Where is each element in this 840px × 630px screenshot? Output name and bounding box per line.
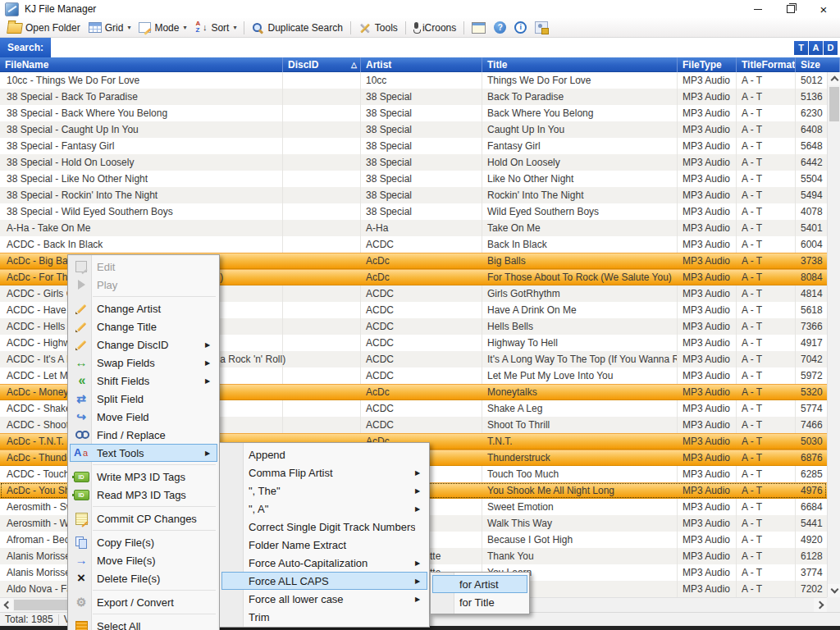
menu-item-delete-file-s[interactable]: ×Delete File(s) bbox=[70, 569, 217, 587]
menu-item-the[interactable]: ", The"▶ bbox=[221, 482, 427, 500]
toolbar-button-duplicate-search[interactable]: Duplicate Search bbox=[248, 21, 346, 35]
menu-item-force-auto-capitalization[interactable]: Force Auto-Capitalization▶ bbox=[221, 554, 427, 572]
table-row[interactable]: 38 Special - Fantasy Girl38 SpecialFanta… bbox=[0, 138, 827, 154]
table-row[interactable]: 38 Special - Back Where You Belong38 Spe… bbox=[0, 105, 827, 121]
menu-item-comma-flip-artist[interactable]: Comma Flip Artist▶ bbox=[221, 463, 427, 482]
menu-item-edit[interactable]: Edit bbox=[70, 258, 217, 276]
scroll-up-button[interactable] bbox=[828, 72, 840, 85]
menu-item-move-file-s[interactable]: →Move File(s) bbox=[70, 551, 217, 569]
cell-titleformat: A - T bbox=[737, 400, 796, 417]
search-input[interactable] bbox=[51, 39, 794, 57]
menu-item-move-field[interactable]: ↪Move Field bbox=[70, 408, 217, 426]
table-row[interactable]: ACDC - Back In BlackACDCBack In BlackMP3… bbox=[0, 236, 827, 253]
cell-size: 5618 bbox=[796, 302, 827, 318]
menu-item-label: Select All bbox=[92, 620, 205, 630]
search-flag-t[interactable]: T bbox=[794, 41, 808, 55]
vertical-scrollbar[interactable] bbox=[827, 72, 840, 597]
menu-item-a[interactable]: ", A"▶ bbox=[221, 500, 427, 518]
menu-item-change-artist[interactable]: Change Artist bbox=[70, 299, 217, 317]
maximize-button[interactable] bbox=[774, 0, 807, 18]
menu-item-trim[interactable]: Trim bbox=[221, 608, 427, 626]
cell-size: 3774 bbox=[796, 564, 827, 581]
toolbar-button-mode[interactable]: Mode▾ bbox=[135, 21, 190, 35]
cell-filetype: MP3 Audio bbox=[678, 89, 737, 105]
table-row[interactable]: 38 Special - Hold On Loosely38 SpecialHo… bbox=[0, 154, 827, 171]
cell-titleformat: A - T bbox=[737, 253, 796, 268]
menu-item-append[interactable]: Append bbox=[221, 445, 427, 463]
scroll-right-button[interactable] bbox=[814, 598, 827, 612]
toolbar-button-open-folder[interactable]: Open Folder bbox=[3, 20, 84, 35]
column-header-discid[interactable]: DiscID△ bbox=[283, 57, 361, 72]
toolbar-button-window-icon[interactable] bbox=[468, 21, 490, 35]
column-header-title[interactable]: Title bbox=[482, 57, 678, 72]
menu-item-for-artist[interactable]: for Artist bbox=[432, 575, 527, 593]
sort-arrow-down-icon: ↓ bbox=[203, 22, 208, 32]
table-row[interactable]: 38 Special - Wild Eyed Southern Boys38 S… bbox=[0, 203, 827, 220]
scroll-left-button[interactable] bbox=[0, 598, 13, 612]
menu-item-swap-fields[interactable]: ↔Swap Fields▶ bbox=[70, 354, 217, 372]
cell-filename: ACDC - Back In Black bbox=[0, 236, 283, 253]
submenu-arrow-icon: ▶ bbox=[205, 341, 217, 349]
menu-item-text-tools[interactable]: Text Tools▶ bbox=[70, 444, 217, 462]
cell-titleformat: A - T bbox=[737, 417, 796, 433]
close-icon: × bbox=[820, 3, 828, 16]
toolbar-button-tools[interactable]: Tools bbox=[354, 21, 402, 35]
menu-item-select-all[interactable]: Select All bbox=[70, 617, 217, 630]
column-header-artist[interactable]: Artist bbox=[361, 57, 482, 72]
menu-item-label: for Title bbox=[454, 596, 515, 609]
menu-separator bbox=[93, 590, 216, 591]
submenu-arrow-icon: ▶ bbox=[415, 505, 427, 513]
table-row[interactable]: 38 Special - Back To Paradise38 SpecialB… bbox=[0, 89, 827, 105]
menu-item-force-all-lower-case[interactable]: Force all lower case▶ bbox=[221, 590, 427, 608]
app-icon bbox=[5, 2, 19, 16]
menu-item-split-field[interactable]: ⇄Split Field bbox=[70, 390, 217, 408]
cell-filetype: MP3 Audio bbox=[678, 171, 737, 187]
search-flag-d[interactable]: D bbox=[824, 41, 838, 55]
menu-icon-zone: × bbox=[71, 573, 92, 584]
minimize-button[interactable] bbox=[742, 0, 774, 18]
menu-item-change-discid[interactable]: Change DiscID▶ bbox=[70, 336, 217, 354]
toolbar-button-grid[interactable]: Grid▾ bbox=[84, 21, 135, 35]
table-row[interactable]: 10cc - Things We Do For Love10ccThings W… bbox=[0, 72, 827, 89]
vertical-scroll-thumb[interactable] bbox=[829, 87, 839, 121]
menu-item-find-replace[interactable]: Find / Replace bbox=[70, 426, 217, 444]
toolbar-button-user-lock-icon[interactable] bbox=[531, 20, 552, 35]
menu-item-commit-cp-changes[interactable]: Commit CP Changes bbox=[70, 509, 217, 527]
table-row[interactable]: A-Ha - Take On MeA-HaTake On MeMP3 Audio… bbox=[0, 220, 827, 236]
menu-item-shift-fields[interactable]: «Shift Fields▶ bbox=[70, 372, 217, 390]
menu-item-write-mp3-id-tags[interactable]: Write MP3 ID Tags bbox=[70, 468, 217, 486]
toolbar-button-help-icon[interactable] bbox=[490, 20, 510, 35]
cell-size: 4917 bbox=[796, 335, 827, 351]
menu-item-label: Comma Flip Artist bbox=[244, 467, 415, 479]
search-flag-a[interactable]: A bbox=[809, 41, 823, 55]
column-header-filename[interactable]: FileName bbox=[0, 57, 283, 72]
menu-item-play[interactable]: Play bbox=[70, 276, 217, 294]
menu-item-change-title[interactable]: Change Title bbox=[70, 317, 217, 336]
table-row[interactable]: 38 Special - Rockin' Into The Night38 Sp… bbox=[0, 187, 827, 203]
column-header-size[interactable]: Size bbox=[796, 57, 840, 72]
menu-item-label: Change Title bbox=[92, 321, 205, 333]
menu-item-folder-name-extract[interactable]: Folder Name Extract bbox=[221, 536, 427, 554]
menu-item-for-title[interactable]: for Title bbox=[432, 593, 527, 611]
close-button[interactable]: × bbox=[807, 0, 840, 18]
cell-filetype: MP3 Audio bbox=[678, 154, 737, 171]
column-header-filetype[interactable]: FileType bbox=[678, 57, 737, 72]
menu-item-correct-single-digit-track-numbers[interactable]: Correct Single Digit Track Numbers bbox=[221, 518, 427, 536]
delete-icon: × bbox=[77, 573, 85, 584]
table-row[interactable]: 38 Special - Like No Other Night38 Speci… bbox=[0, 171, 827, 187]
menu-item-read-mp3-id-tags[interactable]: Read MP3 ID Tags bbox=[70, 486, 217, 504]
cell-discid bbox=[283, 72, 361, 89]
column-header-titleformat[interactable]: TitleFormat bbox=[737, 57, 796, 72]
scroll-down-button[interactable] bbox=[828, 584, 840, 597]
menu-item-export-convert[interactable]: ⚙Export / Convert bbox=[70, 593, 217, 611]
menu-item-force-all-caps[interactable]: Force ALL CAPS▶ bbox=[221, 572, 427, 590]
toolbar-button-sort[interactable]: ↓Sort▾ bbox=[190, 20, 240, 35]
text-tools-icon bbox=[74, 447, 89, 459]
menu-item-copy-file-s[interactable]: Copy File(s) bbox=[70, 533, 217, 551]
cell-artist: AcDc bbox=[361, 270, 482, 285]
table-row[interactable]: 38 Special - Caught Up In You38 SpecialC… bbox=[0, 121, 827, 138]
toolbar-button-icroons[interactable]: iCroons bbox=[409, 21, 460, 35]
chevron-down-icon: ▾ bbox=[183, 24, 186, 31]
menu-item-label: Move Field bbox=[92, 411, 205, 423]
toolbar-button-info-icon[interactable] bbox=[510, 20, 531, 35]
